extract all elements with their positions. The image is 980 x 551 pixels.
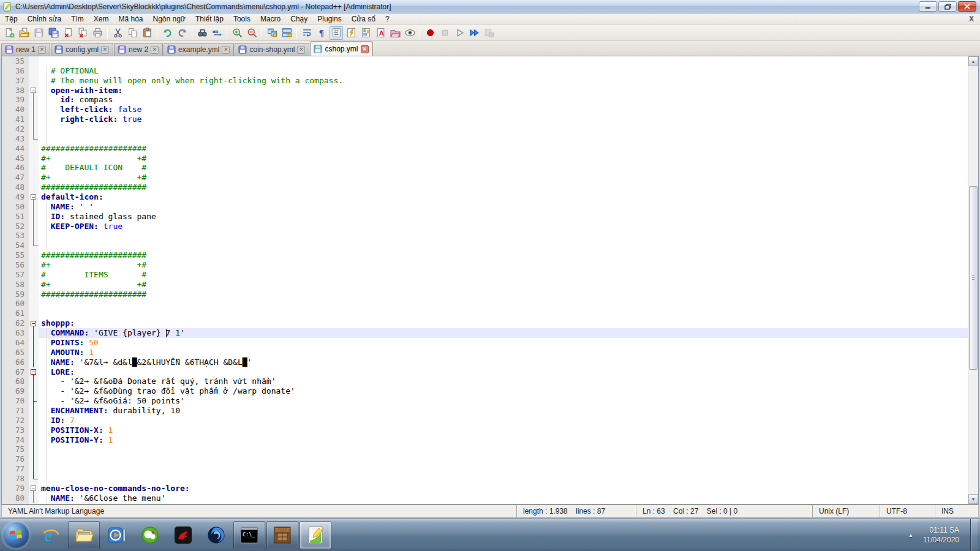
code-line-49[interactable]: 49default-icon: <box>2 192 968 202</box>
code-text[interactable]: ###################### <box>39 182 968 192</box>
fold-toggle-icon[interactable] <box>29 367 39 377</box>
code-text[interactable]: #+ +# <box>39 154 968 163</box>
taskbar-item-internet-explorer[interactable]: e <box>35 521 67 549</box>
code-text[interactable]: # ITEMS # <box>39 270 968 280</box>
code-text[interactable] <box>39 309 968 318</box>
code-line-35[interactable]: 35 <box>2 56 968 66</box>
code-line-66[interactable]: 66 NAME: '&7&l→ &d&l█&2&lHUYỄN &6THẠCH &… <box>2 358 968 367</box>
fold-toggle-icon[interactable] <box>29 318 39 328</box>
code-text[interactable]: POINTS: 50 <box>39 338 968 348</box>
code-line-68[interactable]: 68 - '&2→ &f&oĐá Donate rất quý, tránh v… <box>2 377 968 386</box>
code-line-51[interactable]: 51 ID: stained glass pane <box>2 212 968 222</box>
taskbar-clock[interactable]: 01:11 SA 11/04/2020 <box>923 525 964 545</box>
code-line-39[interactable]: 39 id: compass <box>2 95 968 105</box>
monitoring-icon[interactable] <box>403 26 417 40</box>
sync-horizontal-icon[interactable] <box>280 26 293 40</box>
print-icon[interactable] <box>91 26 104 40</box>
tab-example-yml[interactable]: example.yml✕ <box>164 43 234 56</box>
restore-button[interactable] <box>938 1 957 12</box>
code-line-65[interactable]: 65 AMOUTN: 1 <box>2 348 968 358</box>
code-line-79[interactable]: 79menu-close-no-commands-no-lore: <box>2 484 968 493</box>
macro-save-icon[interactable] <box>482 26 496 40</box>
code-line-41[interactable]: 41 right-click: true <box>2 114 968 124</box>
code-text[interactable] <box>39 444 968 454</box>
fold-toggle-icon[interactable] <box>29 86 39 96</box>
function-list-icon[interactable] <box>344 26 358 40</box>
code-text[interactable]: NAME: ' ' <box>39 202 968 212</box>
code-line-53[interactable]: 53 <box>2 231 968 241</box>
code-line-56[interactable]: 56#+ +# <box>2 260 968 270</box>
menu-item-6[interactable]: Thiết lập <box>190 13 228 24</box>
tab-cshop-yml[interactable]: cshop.yml✕ <box>310 41 372 56</box>
code-text[interactable]: # OPTIONAL <box>39 66 968 76</box>
code-text[interactable]: menu-close-no-commands-no-lore: <box>39 484 968 493</box>
code-text[interactable] <box>39 464 968 474</box>
tab-new-1[interactable]: new 1✕ <box>1 43 50 56</box>
code-text[interactable]: - '&2→ &f&oĐá Donate rất quý, tránh vứt … <box>39 377 968 386</box>
close-button[interactable] <box>958 1 976 12</box>
undo-icon[interactable] <box>160 26 174 40</box>
code-line-47[interactable]: 47#+ +# <box>2 173 968 182</box>
code-line-36[interactable]: 36 # OPTIONAL <box>2 66 968 76</box>
paste-icon[interactable] <box>140 26 154 40</box>
code-line-46[interactable]: 46# DEFAULT ICON # <box>2 163 968 173</box>
code-line-77[interactable]: 77 <box>2 464 968 474</box>
code-line-59[interactable]: 59###################### <box>2 290 968 299</box>
code-line-69[interactable]: 69 - '&2→ &f&oDùng trao đổi vật phẩm ở /… <box>2 386 968 396</box>
code-line-67[interactable]: 67 LORE: <box>2 367 968 377</box>
code-text[interactable]: ###################### <box>39 250 968 260</box>
macro-stop-icon[interactable] <box>438 26 451 40</box>
folder-workspace-icon[interactable] <box>388 26 402 40</box>
minimize-button[interactable] <box>919 1 937 12</box>
taskbar-item-garena[interactable] <box>167 521 199 549</box>
close-file-icon[interactable] <box>61 26 75 40</box>
code-text[interactable]: NAME: '&7&l→ &d&l█&2&lHUYỄN &6THẠCH &D&L… <box>39 358 968 367</box>
menu-item-1[interactable]: Chỉnh sửa <box>23 13 66 24</box>
cut-icon[interactable] <box>111 26 124 40</box>
macro-record-icon[interactable] <box>423 26 437 40</box>
doc-switcher-icon[interactable]: A <box>374 26 387 40</box>
menu-item-2[interactable]: Tìm <box>66 13 89 24</box>
redo-icon[interactable] <box>175 26 189 40</box>
start-button[interactable] <box>2 522 29 549</box>
code-line-40[interactable]: 40 left-click: false <box>2 105 968 114</box>
tab-config-yml[interactable]: config.yml✕ <box>51 43 113 56</box>
menu-item-5[interactable]: Ngôn ngữ <box>148 13 190 24</box>
indent-guide-icon[interactable] <box>330 26 343 40</box>
code-line-52[interactable]: 52 KEEP-OPEN: true <box>2 222 968 231</box>
code-line-37[interactable]: 37 # The menu will open only when right-… <box>2 76 968 86</box>
macro-run-multiple-icon[interactable] <box>467 26 481 40</box>
code-text[interactable]: ID: 7 <box>39 416 968 425</box>
code-line-58[interactable]: 58#+ +# <box>2 280 968 290</box>
taskbar-item-minecraft-server[interactable] <box>266 521 298 549</box>
macro-play-icon[interactable] <box>453 26 466 40</box>
fold-toggle-icon[interactable] <box>29 192 39 202</box>
code-text[interactable]: #+ +# <box>39 260 968 270</box>
code-line-55[interactable]: 55###################### <box>2 250 968 260</box>
code-line-70[interactable]: 70 - '&2→ &f&oGiá: 50 points' <box>2 396 968 406</box>
show-desktop-button[interactable] <box>970 519 978 551</box>
code-line-43[interactable]: 43 <box>2 134 968 144</box>
menu-item-7[interactable]: Tools <box>228 13 255 24</box>
tray-chevron-icon[interactable]: ▲ <box>905 533 917 538</box>
code-text[interactable]: POSITION-X: 1 <box>39 425 968 435</box>
editor-pane[interactable]: 3536 # OPTIONAL37 # The menu will open o… <box>1 56 979 504</box>
code-text[interactable]: - '&2→ &f&oDùng trao đổi vật phẩm ở /war… <box>39 386 968 396</box>
code-text[interactable]: ENCHANTMENT: durability, 10 <box>39 406 968 416</box>
code-text[interactable] <box>39 134 968 144</box>
scroll-down-button[interactable]: ▼ <box>968 494 978 504</box>
code-line-73[interactable]: 73 POSITION-X: 1 <box>2 425 968 435</box>
code-line-78[interactable]: 78 <box>2 474 968 484</box>
taskbar-item-notepadpp[interactable] <box>300 521 331 549</box>
code-text[interactable] <box>39 231 968 241</box>
menu-item-10[interactable]: Plugins <box>312 13 346 24</box>
menu-item-3[interactable]: Xem <box>89 13 114 24</box>
code-area[interactable]: 3536 # OPTIONAL37 # The menu will open o… <box>2 56 968 504</box>
taskbar-item-media-player[interactable] <box>101 521 133 549</box>
new-file-icon[interactable] <box>2 26 16 40</box>
code-text[interactable]: #+ +# <box>39 173 968 182</box>
code-text[interactable]: COMMAND: 'GIVE {player} 7 1' <box>39 328 968 338</box>
code-line-80[interactable]: 80 NAME: '&6Close the menu' <box>2 493 968 503</box>
tab-close-icon[interactable]: ✕ <box>38 46 46 54</box>
menu-item-4[interactable]: Mã hóa <box>113 13 148 24</box>
